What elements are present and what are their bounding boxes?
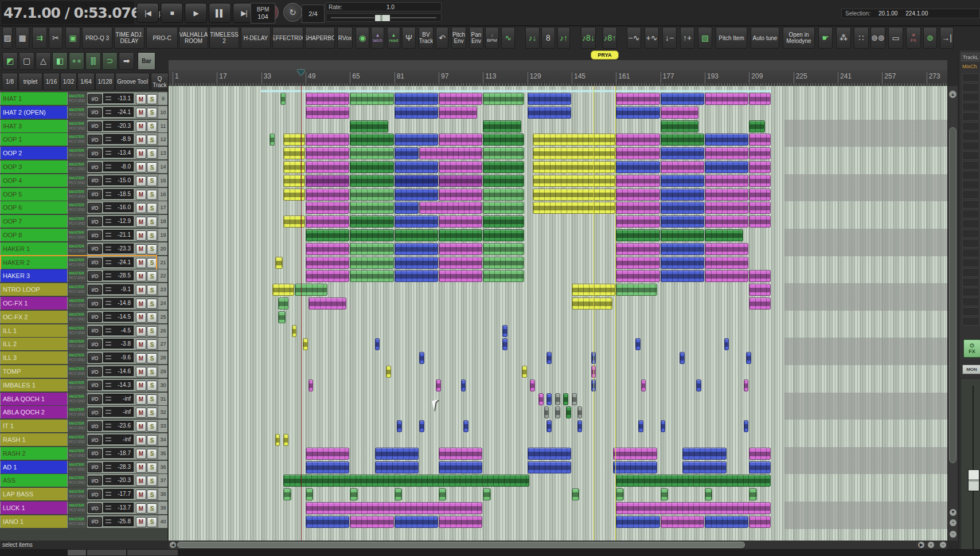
media-item[interactable]: [661, 243, 704, 255]
fader-thumb[interactable]: [968, 469, 979, 491]
plugin-shaperbo-button[interactable]: SHAPERBO: [305, 27, 335, 49]
track-row-haker-3[interactable]: HAKER 3MASTERRCV SNDI/O-28.5MS22: [0, 269, 167, 282]
media-item[interactable]: [635, 338, 641, 350]
io-button[interactable]: I/O: [88, 258, 102, 268]
pause-button[interactable]: ▌▌: [209, 3, 231, 23]
io-button[interactable]: I/O: [88, 108, 102, 118]
media-item[interactable]: [749, 448, 771, 460]
track-row-ntro-loop[interactable]: NTRO LOOPMASTERRCV SNDI/O-9.1MS23: [0, 283, 167, 296]
media-item[interactable]: [439, 216, 482, 228]
scroll-up-button[interactable]: ▲: [949, 91, 956, 98]
media-item[interactable]: [483, 257, 524, 269]
media-item[interactable]: [749, 297, 771, 310]
media-item[interactable]: [309, 297, 347, 310]
media-item[interactable]: [272, 284, 294, 296]
media-item[interactable]: [682, 461, 726, 473]
solo-button[interactable]: S: [147, 244, 157, 254]
note-octave-down-icon[interactable]: ♪8↓: [581, 27, 596, 49]
media-item[interactable]: [680, 352, 685, 364]
arrange-view[interactable]: [169, 86, 947, 541]
solo-button[interactable]: S: [147, 449, 157, 459]
media-item[interactable]: [705, 147, 748, 159]
vertical-zoom-out-button[interactable]: −: [950, 531, 956, 538]
mute-button[interactable]: M: [136, 367, 146, 377]
media-item[interactable]: [749, 134, 771, 146]
track-row-oop-3[interactable]: OOP 3MASTERRCV SNDI/O-8.0MS14: [0, 160, 167, 173]
mute-button[interactable]: M: [136, 449, 146, 459]
media-item[interactable]: [483, 202, 524, 214]
mute-button[interactable]: M: [136, 503, 146, 514]
media-item[interactable]: [395, 107, 438, 119]
envelope-route-icon[interactable]: ∿: [501, 27, 515, 49]
media-item[interactable]: [613, 461, 657, 473]
horizontal-scrollbar-thumb[interactable]: [177, 542, 745, 548]
media-item[interactable]: [439, 516, 482, 528]
media-item[interactable]: [749, 516, 771, 528]
solo-button[interactable]: S: [147, 162, 157, 173]
media-item[interactable]: [705, 161, 748, 173]
io-button[interactable]: I/O: [88, 408, 102, 417]
track-name[interactable]: ABLA QOCH 1: [1, 393, 67, 405]
media-item[interactable]: [483, 147, 524, 159]
media-item[interactable]: [616, 284, 657, 296]
track-name[interactable]: ASS: [1, 474, 67, 487]
dock-list-cell[interactable]: [962, 151, 979, 160]
solo-button[interactable]: S: [147, 367, 157, 377]
solo-button[interactable]: S: [147, 94, 157, 104]
media-item[interactable]: [661, 175, 704, 187]
taskbar-segment[interactable]: [87, 550, 126, 555]
media-item[interactable]: [705, 270, 748, 282]
media-item[interactable]: [749, 93, 771, 105]
media-item[interactable]: [483, 216, 524, 228]
mute-button[interactable]: M: [136, 162, 146, 173]
solo-button[interactable]: S: [147, 122, 157, 132]
media-item[interactable]: [306, 516, 349, 528]
dock-list-cell[interactable]: [962, 142, 979, 150]
solo-button[interactable]: S: [147, 326, 157, 336]
mute-button[interactable]: M: [136, 490, 146, 500]
media-item[interactable]: [395, 270, 438, 282]
track-name[interactable]: AD 1: [1, 461, 67, 473]
project-marker[interactable]: PRYA: [591, 50, 619, 60]
media-item[interactable]: [705, 216, 748, 228]
track-name[interactable]: OOP 8: [1, 229, 67, 241]
mute-button[interactable]: M: [136, 353, 146, 363]
dock-list-cell[interactable]: [962, 171, 979, 179]
open-in-melodyne-button[interactable]: Open in Melodyne: [783, 27, 815, 49]
media-item[interactable]: [439, 175, 482, 187]
volume-fader[interactable]: -24.1: [103, 107, 134, 117]
media-item[interactable]: [439, 448, 482, 460]
solo-button[interactable]: S: [147, 353, 157, 363]
media-item[interactable]: [661, 229, 704, 241]
solo-button[interactable]: S: [147, 394, 157, 405]
media-item[interactable]: [533, 147, 615, 159]
hand-edit-icon[interactable]: ☛: [818, 27, 833, 49]
media-item[interactable]: [439, 229, 482, 241]
media-item[interactable]: [705, 175, 748, 187]
media-item[interactable]: [386, 366, 391, 378]
media-item[interactable]: [439, 461, 482, 473]
media-item[interactable]: [306, 243, 349, 255]
file-info-icon[interactable]: ▢: [19, 52, 34, 70]
volume-fader[interactable]: -20.3: [103, 121, 134, 131]
media-item[interactable]: [397, 420, 402, 432]
fx-bypass-icon[interactable]: ✕ FX: [906, 27, 921, 49]
vertical-scrollbar[interactable]: ▲ ▼ + −: [948, 86, 958, 541]
media-item[interactable]: [616, 243, 659, 255]
media-item[interactable]: [350, 488, 357, 500]
volume-fader[interactable]: -18.7: [103, 448, 134, 458]
io-button[interactable]: I/O: [88, 285, 102, 295]
media-item[interactable]: [306, 147, 349, 159]
media-item[interactable]: [350, 202, 393, 214]
solo-button[interactable]: S: [147, 203, 157, 213]
media-item[interactable]: [661, 161, 704, 173]
media-item[interactable]: [616, 257, 659, 269]
mute-button[interactable]: M: [136, 230, 146, 241]
dock-list-cell[interactable]: [962, 93, 979, 101]
volume-fader[interactable]: -18.5: [103, 189, 134, 199]
media-item[interactable]: [483, 270, 524, 282]
track-name[interactable]: LUCK 1: [1, 502, 67, 514]
dock-list-cell[interactable]: [962, 161, 979, 170]
volume-fader[interactable]: -23.6: [103, 421, 134, 430]
fx-enable-button[interactable]: ⏻ FX: [963, 339, 980, 358]
